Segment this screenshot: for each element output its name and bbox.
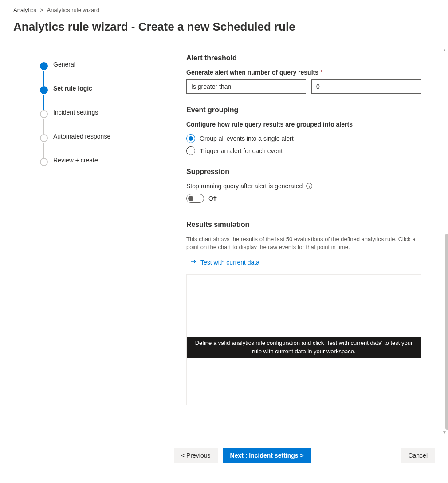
radio-label: Trigger an alert for each event (200, 147, 283, 154)
results-chart-placeholder: Define a valid analytics rule configurat… (186, 274, 421, 405)
suppression-heading: Suppression (186, 168, 421, 176)
results-simulation-heading: Results simulation (186, 221, 421, 229)
next-button[interactable]: Next : Incident settings > (223, 448, 311, 463)
step-set-rule-logic[interactable]: Set rule logic (40, 85, 146, 109)
test-with-current-data-link[interactable]: Test with current data (190, 258, 259, 266)
radio-icon (186, 146, 195, 155)
arrow-right-icon (190, 258, 197, 266)
toggle-knob (188, 196, 193, 201)
threshold-value-input[interactable] (311, 79, 421, 94)
event-grouping-radio-group: Group all events into a single alert Tri… (186, 132, 421, 157)
alert-threshold-label: Generate alert when number of query resu… (186, 69, 421, 76)
info-icon[interactable]: i (306, 183, 312, 189)
radio-group-all-events[interactable]: Group all events into a single alert (186, 132, 421, 145)
scroll-thumb[interactable] (445, 234, 448, 430)
cancel-button[interactable]: Cancel (401, 448, 435, 463)
breadcrumb: Analytics > Analytics rule wizard (0, 0, 448, 20)
content-pane: Alert threshold Generate alert when numb… (146, 43, 448, 439)
event-grouping-label: Configure how rule query results are gro… (186, 121, 421, 128)
scroll-down-icon[interactable]: ▼ (442, 430, 447, 435)
test-link-label: Test with current data (200, 259, 259, 266)
operator-select-value: Is greater than (191, 83, 231, 90)
step-label: Review + create (53, 157, 98, 164)
step-review-create[interactable]: Review + create (40, 157, 146, 181)
step-label: General (53, 61, 75, 68)
suppression-toggle[interactable] (186, 194, 204, 203)
breadcrumb-current: Analytics rule wizard (47, 7, 100, 13)
chevron-right-icon: > (40, 7, 43, 13)
operator-select[interactable]: Is greater than (186, 79, 306, 94)
suppression-label: Stop running query after alert is genera… (186, 182, 303, 190)
previous-button[interactable]: < Previous (174, 448, 218, 463)
step-automated-response[interactable]: Automated response (40, 133, 146, 157)
chevron-down-icon (297, 83, 302, 90)
scroll-up-icon[interactable]: ▲ (442, 48, 447, 52)
wizard-steps-sidebar: General Set rule logic Incident settings… (0, 43, 146, 439)
wizard-footer: < Previous Next : Incident settings > Ca… (0, 439, 448, 471)
page-title: Analytics rule wizard - Create a new Sch… (0, 20, 448, 43)
radio-trigger-each-event[interactable]: Trigger an alert for each event (186, 145, 421, 157)
step-general[interactable]: General (40, 61, 146, 85)
step-label: Incident settings (53, 109, 98, 116)
chart-instruction-banner: Define a valid analytics rule configurat… (187, 337, 421, 357)
toggle-state-label: Off (208, 195, 216, 202)
step-incident-settings[interactable]: Incident settings (40, 109, 146, 133)
radio-icon (186, 134, 195, 143)
scrollbar[interactable]: ▲ ▼ (442, 48, 447, 435)
event-grouping-heading: Event grouping (186, 106, 421, 114)
main-container: General Set rule logic Incident settings… (0, 43, 448, 439)
step-label: Set rule logic (53, 85, 92, 92)
breadcrumb-root[interactable]: Analytics (13, 7, 36, 13)
results-simulation-desc: This chart shows the results of the last… (186, 235, 421, 251)
radio-label: Group all events into a single alert (200, 135, 294, 142)
alert-threshold-heading: Alert threshold (186, 54, 421, 62)
step-label: Automated response (53, 133, 110, 140)
